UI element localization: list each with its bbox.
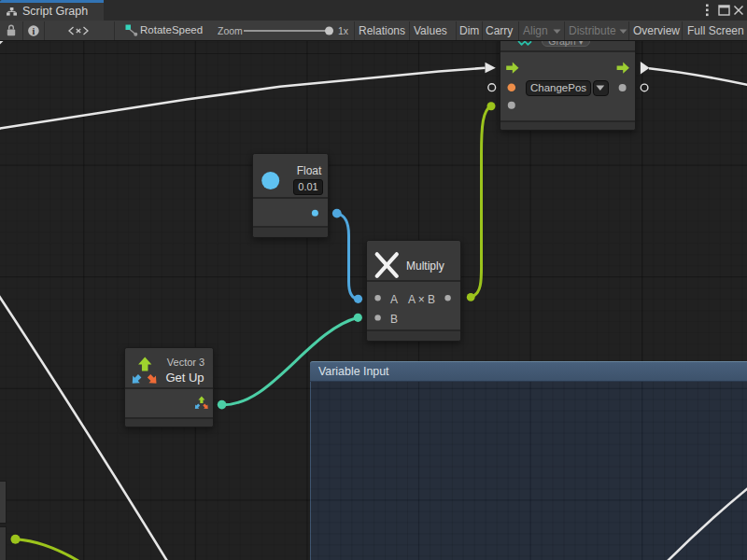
svg-text:i: i [33, 26, 35, 36]
